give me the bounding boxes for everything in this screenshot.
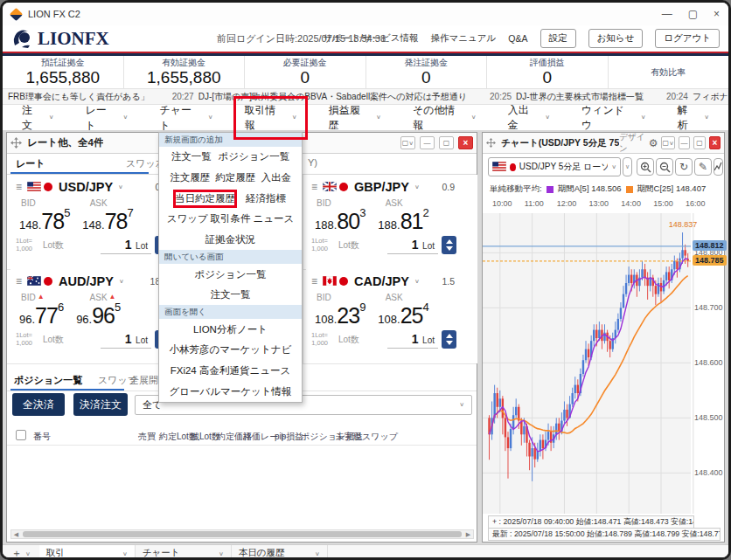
select-all-checkbox[interactable] [16, 430, 26, 440]
scrollbar-thumb[interactable] [23, 531, 462, 537]
chevron-down-icon[interactable]: ∨ [119, 278, 124, 284]
pencil-icon[interactable]: ✎ [694, 158, 712, 176]
tab-position-list[interactable]: ポジション一覧 [14, 374, 82, 387]
dropdown-item-注文一覧[interactable]: 注文一覧 [211, 288, 251, 301]
chevron-down-icon[interactable]: ∨ [118, 183, 123, 190]
chart-symbol-select[interactable]: USD/JPY 5分足 ローソク BID ∨ [488, 157, 621, 176]
hamburger-icon[interactable]: ≡ [16, 181, 22, 193]
panel-close-icon[interactable]: × [458, 136, 473, 149]
zoom-in-icon[interactable] [637, 158, 654, 176]
header-button[interactable]: お知らせ [588, 29, 644, 48]
taskbar-tab-取引[interactable]: 取引∨ [39, 545, 136, 560]
header-link[interactable]: 操作マニュアル [431, 32, 497, 45]
header-button[interactable]: ログアウト [655, 29, 720, 48]
ca-flag-icon [323, 273, 337, 289]
bid-price[interactable]: 96.776 [19, 301, 64, 328]
dropdown-item-ニュース[interactable]: ニュース [253, 212, 294, 225]
close-all-button[interactable]: 全決済 [12, 393, 65, 416]
header-button[interactable]: 設定 [540, 29, 576, 48]
close-order-button[interactable]: 決済注文 [73, 393, 128, 416]
chart-window-titlebar[interactable]: チャート(USD/JPY 5分足 75/85本 デザイン ⚙ ▢∨ — ▢ × [483, 133, 724, 154]
lot-stepper[interactable] [442, 236, 456, 254]
horizontal-scrollbar[interactable]: ◀ ▶ [10, 529, 474, 539]
chevron-down-icon[interactable]: ∨ [414, 183, 420, 190]
chevron-down-icon[interactable]: ∨ [25, 550, 31, 556]
pair-name[interactable]: USD/JPY [59, 180, 113, 194]
hamburger-icon[interactable]: ≡ [16, 275, 22, 287]
dropdown-item-注文一覧[interactable]: 注文一覧 [171, 150, 212, 163]
chevron-down-icon[interactable]: ∨ [122, 550, 128, 556]
taskbar-tab-チャート[interactable]: チャート∨ [136, 545, 232, 560]
lot-input[interactable]: 1 Lot [101, 237, 151, 254]
dropdown-item-スワップ[interactable]: スワップ [167, 212, 208, 225]
header-link[interactable]: Q&A [508, 33, 527, 44]
taskbar-tab-本日の履歴[interactable]: 本日の履歴∨ [232, 545, 328, 560]
dropdown-item-グローバルマーケット情報[interactable]: グローバルマーケット情報 [169, 385, 291, 398]
dropdown-item-LION分析ノート[interactable]: LION分析ノート [193, 323, 268, 336]
panel-menu-icon[interactable]: ▢∨ [661, 136, 674, 149]
pair-name[interactable]: GBP/JPY [354, 180, 409, 194]
dropdown-item-入出金[interactable]: 入出金 [261, 171, 291, 184]
dropdown-item-証拠金状況[interactable]: 証拠金状況 [205, 233, 256, 246]
price-tick-label: 148.700 [694, 303, 723, 312]
hamburger-icon[interactable]: ≡ [311, 275, 317, 287]
candlestick-chart[interactable]: 148.837 [483, 213, 726, 514]
tab-rate[interactable]: レート [16, 157, 45, 170]
design-label[interactable]: デザイン [619, 132, 645, 155]
minimize-icon[interactable]: — [662, 9, 672, 19]
chevron-down-icon[interactable]: ∨ [219, 550, 224, 556]
bid-price[interactable]: 108.239 [315, 301, 366, 328]
lot-stepper[interactable] [442, 330, 456, 349]
ask-price[interactable]: 188.812 [378, 206, 428, 234]
dropdown-item-ポジション一覧[interactable]: ポジション一覧 [195, 268, 267, 281]
panel-minimize-icon[interactable]: — [679, 136, 690, 149]
pair-name[interactable]: CAD/JPY [354, 274, 409, 288]
combo-expand-icon[interactable]: ∨ [623, 157, 632, 176]
column-header-2[interactable]: 売買 [138, 431, 156, 443]
chevron-down-icon[interactable]: ∨ [414, 278, 420, 284]
dropdown-item-経済指標[interactable]: 経済指標 [246, 192, 286, 205]
gear-icon[interactable]: ⚙ [649, 137, 658, 149]
close-icon[interactable]: × [714, 9, 720, 19]
rate-window-title: レート他、全4件 [27, 136, 103, 149]
dropdown-item-約定履歴[interactable]: 約定履歴 [215, 171, 255, 184]
dropdown-item-注文履歴[interactable]: 注文履歴 [170, 171, 210, 184]
crosshair-info: + : 2025/07/18 09:40:00 始値:148.471 高値:14… [488, 515, 694, 529]
lot-input[interactable]: 1 Lot [387, 331, 438, 349]
pair-name[interactable]: AUD/JPY [59, 274, 114, 288]
zoom-out-icon[interactable] [656, 158, 673, 176]
panel-minimize-icon[interactable]: — [420, 136, 435, 149]
ma-legend: 単純移動平均: 期間A[5] 148.506 期間C[25] 148.407 [490, 183, 706, 195]
hamburger-icon[interactable]: ≡ [311, 181, 317, 193]
indicator-icon[interactable] [714, 158, 723, 176]
dropdown-item-取引条件[interactable]: 取引条件 [211, 212, 251, 225]
panel-maximize-icon[interactable]: ▢ [693, 136, 705, 149]
column-header-9[interactable]: 未実現スワップ [336, 431, 398, 443]
dropdown-item-小林芳彦のマーケットナビ[interactable]: 小林芳彦のマーケットナビ [170, 343, 292, 356]
scroll-right-icon[interactable]: ▶ [463, 531, 473, 538]
bid-price[interactable]: 148.785 [19, 206, 70, 234]
ask-price[interactable]: 108.254 [378, 301, 428, 328]
column-header-7[interactable]: pip損益 [275, 431, 303, 443]
lot-input[interactable]: 1 Lot [387, 237, 438, 254]
panel-menu-icon[interactable]: ▢∨ [400, 136, 415, 149]
add-tab-icon[interactable]: ＋ [11, 546, 22, 560]
dropdown-item-ポジション一覧[interactable]: ポジション一覧 [218, 150, 289, 163]
ask-price[interactable]: 148.787 [82, 206, 133, 234]
bid-price[interactable]: 188.803 [315, 206, 366, 234]
scroll-left-icon[interactable]: ◀ [11, 531, 21, 538]
maximize-icon[interactable]: ▢ [688, 9, 698, 19]
lot-input[interactable]: 1 Lot [101, 331, 151, 349]
dropdown-item-当日約定履歴[interactable]: 当日約定履歴 [175, 192, 235, 205]
panel-maximize-icon[interactable]: ▢ [439, 136, 454, 149]
refresh-icon[interactable]: ↻ [675, 158, 693, 176]
ask-price[interactable]: 96.965 [76, 301, 121, 328]
panel-close-icon[interactable]: × [709, 136, 721, 149]
lot-minimum: 1Lot=1,000 [311, 332, 328, 347]
chevron-down-icon[interactable]: ∨ [315, 550, 320, 556]
account-label: 評価損益 [530, 57, 565, 69]
column-header-1[interactable]: 番号 [33, 431, 51, 443]
move-icon [10, 137, 22, 149]
column-header-4[interactable]: 残Lot数 [191, 431, 220, 443]
dropdown-item-FXi24 高金利通貨ニュース[interactable]: FXi24 高金利通貨ニュース [171, 364, 291, 377]
